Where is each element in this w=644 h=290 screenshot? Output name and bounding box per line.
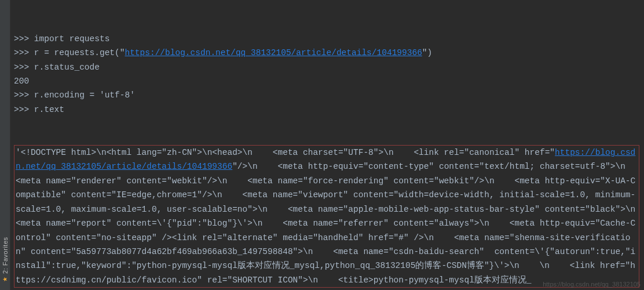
output-text: "/>\n <meta http-equiv="content-type" co… [16,162,644,284]
repl-prompt: >>> [14,105,34,114]
favorites-toolwindow-tab[interactable]: ★ 2: Favorites [1,237,10,283]
repl-prompt: >>> [14,48,34,57]
repl-line: >>> r.status_code [14,60,639,74]
code-text: r.status_code [34,63,100,72]
repl-input-area: >>> import requests>>> r = requests.get(… [14,32,639,117]
repl-prompt: >>> [14,63,34,72]
code-text: 200 [14,77,29,86]
star-icon: ★ [2,277,9,283]
repl-prompt: >>> [14,90,34,100]
repl-line: 200 [14,74,639,88]
repl-prompt: >>> [14,34,34,44]
left-gutter: ★ 2: Favorites [0,0,10,290]
code-text: ") [422,48,432,57]
code-text: r.text [34,105,64,114]
code-text: r.encoding = 'utf-8' [34,90,135,100]
repl-line: >>> r.encoding = 'utf-8' [14,88,639,102]
repl-line: >>> r.text [14,103,639,117]
favorites-tab-label: 2: Favorites [2,237,9,274]
repl-line: >>> r = requests.get("https://blog.csdn.… [14,46,639,60]
repl-line: >>> import requests [14,32,639,46]
code-text: import requests [34,34,110,44]
output-text: '<!DOCTYPE html>\n<html lang="zh-CN">\n<… [16,148,555,157]
url-link[interactable]: https://blog.csdn.net/qq_38132105/articl… [125,48,422,57]
code-text: r = requests.get(" [34,48,125,57]
repl-output-box: '<!DOCTYPE html>\n<html lang="zh-CN">\n<… [14,145,639,288]
python-console[interactable]: >>> import requests>>> r = requests.get(… [10,0,644,290]
